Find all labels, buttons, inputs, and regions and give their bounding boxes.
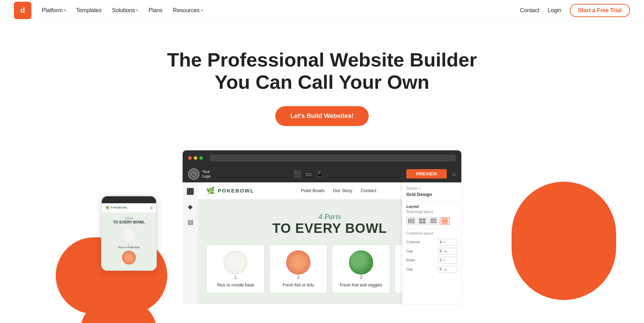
navigation: d Platform ▾ Templates Solutions ▾ Plans…: [0, 0, 644, 21]
brand-logo[interactable]: d: [14, 2, 31, 19]
rows-input[interactable]: 1 ▾: [438, 257, 457, 264]
browser-dots: [188, 156, 203, 160]
nav-plans[interactable]: Plans: [148, 7, 162, 14]
svg-rect-11: [430, 222, 437, 223]
hamburger-icon[interactable]: ≡: [150, 205, 153, 210]
editor-sidebar: ⬛ ◆ ▤: [183, 182, 198, 304]
address-bar: [210, 155, 456, 162]
nav-templates[interactable]: Templates: [76, 7, 102, 14]
desktop-device-icon[interactable]: ⬛: [294, 170, 301, 178]
food-avocado-img: [349, 250, 373, 275]
dot-red: [188, 156, 192, 160]
tablet-device-icon[interactable]: ▭: [306, 170, 312, 178]
svg-rect-4: [413, 219, 414, 223]
svg-rect-15: [442, 223, 448, 223]
layers-icon[interactable]: ⬛: [185, 187, 195, 196]
site-nav-poke[interactable]: Poké Bowls: [301, 188, 324, 193]
svg-rect-13: [442, 220, 448, 221]
pages-icon[interactable]: ▤: [185, 217, 195, 227]
phone-brand-icon: 🌿: [105, 206, 109, 210]
editor-logo-area: Your Logo: [188, 168, 210, 180]
svg-rect-5: [419, 219, 422, 221]
nav-platform[interactable]: Platform ▾: [42, 7, 66, 14]
svg-rect-9: [430, 219, 437, 220]
columns-field-row: Columns 4 ▾: [406, 239, 457, 246]
chevron-down-icon: ▾: [201, 8, 203, 12]
mobile-device-icon[interactable]: 📱: [316, 170, 323, 178]
demo-section: 🌿 POKEBOWL ≡ 4 Parts TO EVERY BOWL 1 Ric…: [0, 140, 644, 323]
svg-rect-7: [419, 221, 422, 223]
home-icon[interactable]: ⌂: [452, 171, 456, 177]
nav-right: Contact Login Start a Free Trial: [520, 4, 630, 17]
panel-divider-2: [406, 228, 457, 229]
hero-headline: The Professional Website Builder You Can…: [165, 49, 479, 94]
phone-mockup: 🌿 POKEBOWL ≡ 4 Parts TO EVERY BOWL 1 Ric…: [101, 196, 157, 271]
phone-food-salmon: [122, 251, 136, 265]
logo-letter: d: [20, 6, 25, 15]
nav-contact[interactable]: Contact: [520, 7, 539, 14]
svg-rect-3: [412, 219, 413, 223]
svg-rect-10: [430, 220, 437, 221]
browser-mockup: Your Logo ⬛ ▭ 📱 PREVIEW ⌂ ⬛ ◆ ▤: [183, 150, 461, 323]
bowl-item-veggies: 3 Fresh fruit and veggies: [332, 244, 390, 293]
site-nav-story[interactable]: Our Story: [333, 188, 352, 193]
panel-divider: [406, 201, 457, 202]
bowl-item-fish: 2 Fresh fish or tofu: [269, 244, 328, 293]
right-panel: Section > Grid Design Layout Rearrange l…: [402, 182, 461, 304]
nav-solutions[interactable]: Solutions ▾: [112, 7, 138, 14]
layout-1x4[interactable]: [406, 217, 416, 225]
layout-4x1[interactable]: [440, 217, 450, 225]
layout-3x1[interactable]: [429, 217, 438, 225]
widgets-icon[interactable]: ◆: [185, 202, 195, 212]
dot-yellow: [194, 156, 197, 160]
nav-links: Platform ▾ Templates Solutions ▾ Plans R…: [42, 7, 520, 14]
svg-rect-6: [423, 219, 426, 221]
site-nav-links: Poké Bowls Our Story Contact: [301, 188, 376, 193]
browser-chrome: [183, 150, 461, 166]
svg-rect-8: [423, 221, 426, 223]
trial-button[interactable]: Start a Free Trial: [570, 4, 630, 17]
chevron-down-icon: ▾: [136, 8, 138, 12]
editor-logo-circle: [188, 168, 199, 180]
rows-field-row: Rows 1 ▾: [406, 257, 457, 264]
svg-rect-14: [442, 221, 448, 222]
nav-resources[interactable]: Resources ▾: [173, 7, 202, 14]
hero-section: The Professional Website Builder You Can…: [0, 21, 644, 140]
editor-logo-text: Your Logo: [202, 170, 210, 179]
svg-rect-12: [442, 219, 448, 219]
phone-status-bar: [102, 196, 156, 203]
dot-green: [199, 156, 203, 160]
site-brand: 🌿 POKEBOWL: [206, 187, 254, 195]
phone-food-rice: [121, 227, 137, 242]
phone-bowl-section: 4 Parts TO EVERY BOWL 1 Rice or noodle b…: [102, 213, 156, 270]
editor-bar: Your Logo ⬛ ▭ 📱 PREVIEW ⌂: [183, 166, 461, 182]
editor-layout: ⬛ ◆ ▤ 🌿 POKEBOWL Poké Bowls Our Story Co…: [183, 182, 461, 304]
chevron-down-icon: ▾: [64, 8, 66, 12]
layout-2x2[interactable]: [417, 217, 427, 225]
editor-devices: ⬛ ▭ 📱: [294, 170, 323, 178]
food-rice-img: [223, 250, 248, 275]
svg-rect-2: [410, 219, 411, 223]
site-brand-icon: 🌿: [206, 187, 215, 195]
hero-cta-button[interactable]: Let's Build Websites!: [275, 106, 369, 126]
layout-options: [406, 217, 457, 225]
rows-gap-field-row: Gap 0 px: [406, 266, 457, 273]
gap-field-row: Gap 0 px: [406, 248, 457, 255]
columns-input[interactable]: 4 ▾: [438, 239, 457, 246]
bowl-item-rice: 1 Rice or noodle base: [206, 244, 265, 293]
svg-point-0: [191, 172, 196, 176]
preview-button[interactable]: PREVIEW: [406, 169, 447, 179]
site-nav-contact[interactable]: Contact: [361, 188, 376, 193]
phone-nav: 🌿 POKEBOWL ≡: [102, 203, 156, 213]
decorative-blob-right: [512, 182, 616, 300]
svg-rect-1: [408, 219, 409, 223]
nav-login[interactable]: Login: [547, 7, 561, 14]
gap-input[interactable]: 0 px: [438, 248, 457, 255]
rows-gap-input[interactable]: 0 px: [438, 266, 457, 273]
food-salmon-img: [286, 250, 310, 275]
